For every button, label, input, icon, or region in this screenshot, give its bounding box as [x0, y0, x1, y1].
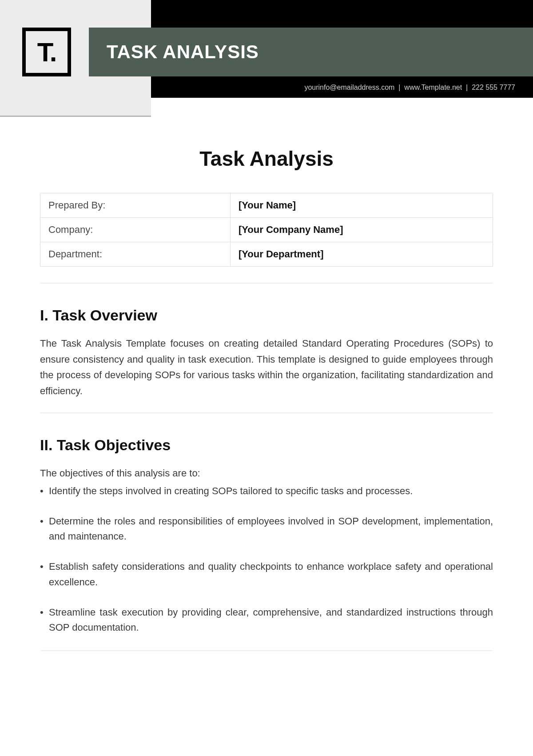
list-item: Identify the steps involved in creating … [40, 484, 493, 499]
info-value: [Your Department] [230, 242, 493, 267]
page-content: Task Analysis Prepared By: [Your Name] C… [0, 98, 533, 673]
table-row: Department: [Your Department] [40, 242, 493, 267]
contact-site: www.Template.net [404, 84, 462, 91]
contact-email: yourinfo@emailaddress.com [304, 84, 394, 91]
overview-body: The Task Analysis Template focuses on cr… [40, 336, 493, 399]
contact-phone: 222 555 7777 [472, 84, 515, 91]
document-header: T. TASK ANALYSIS yourinfo@emailaddress.c… [0, 0, 533, 98]
document-title: Task Analysis [40, 147, 493, 171]
list-item: Establish safety considerations and qual… [40, 559, 493, 589]
table-row: Prepared By: [Your Name] [40, 193, 493, 218]
divider [40, 283, 493, 284]
brand-logo-text: T. [37, 37, 56, 68]
info-label: Prepared By: [40, 193, 231, 218]
info-label: Company: [40, 218, 231, 242]
info-value: [Your Name] [230, 193, 493, 218]
divider [40, 650, 493, 651]
list-item: Streamline task execution by providing c… [40, 605, 493, 635]
info-table: Prepared By: [Your Name] Company: [Your … [40, 193, 493, 267]
section-heading-objectives: II. Task Objectives [40, 436, 493, 454]
info-label: Department: [40, 242, 231, 267]
table-row: Company: [Your Company Name] [40, 218, 493, 242]
section-heading-overview: I. Task Overview [40, 307, 493, 324]
list-item: Determine the roles and responsibilities… [40, 514, 493, 544]
info-value: [Your Company Name] [230, 218, 493, 242]
divider [40, 412, 493, 413]
header-title-text: TASK ANALYSIS [107, 41, 259, 63]
contact-line: yourinfo@emailaddress.com | www.Template… [304, 84, 515, 92]
brand-logo: T. [22, 28, 71, 76]
objectives-intro: The objectives of this analysis are to: [40, 465, 493, 481]
header-title-banner: TASK ANALYSIS [89, 28, 533, 76]
objectives-list: Identify the steps involved in creating … [40, 484, 493, 635]
